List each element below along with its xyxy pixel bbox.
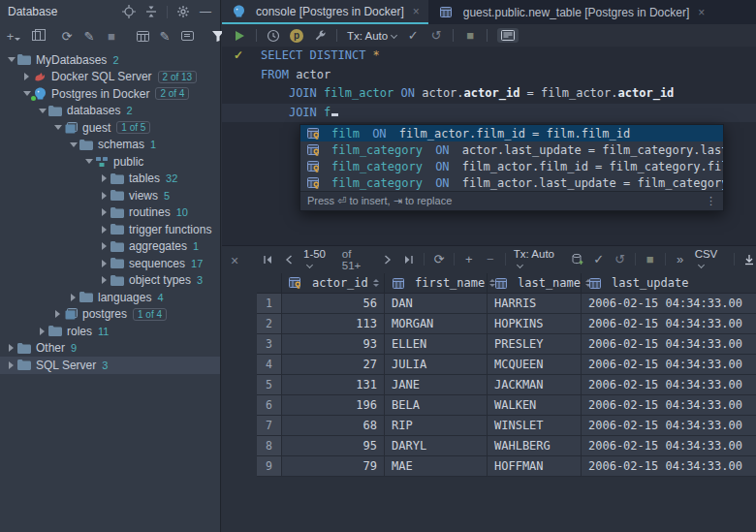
tree-item-postgres-in-docker[interactable]: Postgres in Docker2 of 4 bbox=[0, 85, 220, 103]
tree-item-docker-sql-server[interactable]: Docker SQL Server2 of 13 bbox=[0, 69, 220, 86]
tree-item-databases[interactable]: databases2 bbox=[0, 103, 220, 120]
tab-new-table[interactable]: guest.public.new_table [Postgres in Dock… bbox=[429, 0, 713, 24]
edit-data-icon[interactable]: ✎ bbox=[158, 28, 172, 44]
column-header-last-update[interactable]: last_update bbox=[582, 273, 756, 293]
cell-actor-id[interactable]: 93 bbox=[282, 334, 385, 355]
tree-item-trigger-functions[interactable]: trigger functions bbox=[0, 221, 220, 238]
first-page-icon[interactable] bbox=[261, 252, 274, 267]
table-view-icon[interactable] bbox=[136, 28, 149, 44]
tree-item-routines[interactable]: routines10 bbox=[0, 204, 220, 222]
cell-actor-id[interactable]: 131 bbox=[282, 375, 385, 395]
cell-first-name[interactable]: DARYL bbox=[385, 436, 488, 456]
chevron-expanded-icon[interactable] bbox=[6, 57, 16, 62]
row-number[interactable]: 9 bbox=[257, 456, 282, 477]
chevron-expanded-icon[interactable] bbox=[37, 109, 47, 113]
refresh-icon[interactable]: ⟳ bbox=[60, 28, 74, 44]
history-clock-icon[interactable] bbox=[267, 28, 280, 44]
row-number[interactable]: 6 bbox=[257, 395, 282, 416]
cell-first-name[interactable]: ELLEN bbox=[385, 334, 488, 355]
reload-icon[interactable]: ⟳ bbox=[432, 252, 446, 267]
rollback-icon[interactable]: ↺ bbox=[429, 28, 443, 44]
column-header-last-name[interactable]: last_name bbox=[488, 273, 582, 293]
chevron-collapsed-icon[interactable] bbox=[52, 310, 63, 318]
delete-row-icon[interactable]: − bbox=[484, 252, 497, 267]
tree-item-sequences[interactable]: sequences17 bbox=[0, 255, 220, 272]
close-icon[interactable]: × bbox=[698, 6, 705, 19]
stop-icon[interactable]: ■ bbox=[463, 28, 477, 44]
rollback-icon[interactable]: ↺ bbox=[614, 252, 627, 267]
chevron-expanded-icon[interactable] bbox=[83, 159, 94, 164]
next-page-icon[interactable] bbox=[381, 252, 394, 267]
chevron-collapsed-icon[interactable] bbox=[99, 174, 110, 182]
cell-last-name[interactable]: HARRIS bbox=[488, 294, 582, 314]
more-actions-icon[interactable]: » bbox=[674, 252, 687, 267]
last-page-icon[interactable] bbox=[402, 252, 416, 267]
column-header-first-name[interactable]: first_name bbox=[385, 273, 488, 293]
cell-actor-id[interactable]: 79 bbox=[282, 456, 385, 477]
tree-item-other[interactable]: Other9 bbox=[0, 340, 220, 358]
wrench-icon[interactable] bbox=[313, 28, 327, 44]
tree-item-mydatabases[interactable]: MyDatabases2 bbox=[0, 51, 220, 69]
row-number[interactable]: 7 bbox=[257, 416, 282, 436]
tree-item-languages[interactable]: languages4 bbox=[0, 289, 220, 306]
cell-first-name[interactable]: JANE bbox=[385, 375, 488, 395]
minimize-icon[interactable]: — bbox=[199, 4, 212, 19]
tree-item-guest[interactable]: guest1 of 5 bbox=[0, 119, 220, 137]
close-results-icon[interactable]: × bbox=[231, 253, 238, 268]
chevron-collapsed-icon[interactable] bbox=[99, 192, 110, 200]
collapse-all-icon[interactable] bbox=[144, 4, 158, 19]
settings-gear-icon[interactable] bbox=[176, 4, 190, 19]
cell-actor-id[interactable]: 68 bbox=[282, 416, 385, 436]
cell-last-name[interactable]: WALKEN bbox=[488, 395, 582, 416]
tx-mode-dropdown[interactable]: Tx: Auto bbox=[347, 30, 396, 42]
sql-line-2[interactable]: FROM actor bbox=[222, 66, 756, 85]
row-number[interactable]: 3 bbox=[257, 334, 282, 355]
row-number[interactable]: 1 bbox=[257, 294, 282, 314]
query-console-icon[interactable] bbox=[180, 28, 194, 44]
sql-line-3[interactable]: JOIN film_actor ON actor.actor_id = film… bbox=[222, 84, 756, 104]
duplicate-icon[interactable] bbox=[29, 28, 43, 44]
tree-item-schemas[interactable]: schemas1 bbox=[0, 137, 220, 154]
stop-icon[interactable]: ■ bbox=[644, 252, 657, 267]
locate-icon[interactable] bbox=[122, 4, 136, 19]
chevron-collapsed-icon[interactable] bbox=[99, 208, 110, 216]
chevron-collapsed-icon[interactable] bbox=[37, 328, 47, 335]
sql-line-1[interactable]: ✓SELECT DISTINCT * bbox=[222, 47, 756, 66]
cell-last-name[interactable]: MCQUEEN bbox=[488, 355, 582, 375]
more-options-icon[interactable]: ⋮ bbox=[706, 195, 716, 207]
row-header-corner[interactable] bbox=[257, 273, 282, 293]
row-number[interactable]: 5 bbox=[257, 375, 282, 395]
close-icon[interactable]: × bbox=[413, 5, 420, 18]
tree-item-tables[interactable]: tables32 bbox=[0, 171, 220, 188]
cell-last-update[interactable]: 2006-02-15 04:34:33.00 bbox=[582, 456, 756, 477]
completion-item-4[interactable]: film_category ON film_actor.last_update … bbox=[300, 174, 723, 191]
cell-first-name[interactable]: MORGAN bbox=[385, 314, 488, 334]
submit-changes-icon[interactable]: ✎ bbox=[82, 28, 96, 44]
submit-db-icon[interactable] bbox=[571, 252, 584, 267]
sort-icon[interactable] bbox=[373, 279, 379, 287]
row-number[interactable]: 8 bbox=[257, 436, 282, 456]
cell-actor-id[interactable]: 56 bbox=[282, 294, 385, 314]
chevron-collapsed-icon[interactable] bbox=[99, 276, 110, 284]
cell-last-update[interactable]: 2006-02-15 04:34:33.00 bbox=[582, 436, 756, 456]
cell-last-update[interactable]: 2006-02-15 04:34:33.00 bbox=[582, 375, 756, 395]
cell-actor-id[interactable]: 27 bbox=[282, 355, 385, 375]
row-number[interactable]: 2 bbox=[257, 314, 282, 334]
sql-editor[interactable]: ✓SELECT DISTINCT *FROM actor JOIN film_a… bbox=[222, 47, 756, 245]
add-row-icon[interactable]: + bbox=[462, 252, 476, 267]
column-header-actor-id[interactable]: actor_id bbox=[282, 273, 385, 293]
download-icon[interactable] bbox=[742, 252, 756, 267]
cell-first-name[interactable]: BELA bbox=[385, 395, 488, 416]
cell-first-name[interactable]: JULIA bbox=[385, 355, 488, 375]
chevron-collapsed-icon[interactable] bbox=[99, 242, 110, 250]
cell-last-name[interactable]: PRESLEY bbox=[488, 334, 582, 355]
chevron-collapsed-icon[interactable] bbox=[21, 73, 32, 80]
tree-item-sql-server[interactable]: SQL Server3 bbox=[0, 357, 220, 374]
cell-last-update[interactable]: 2006-02-15 04:34:33.00 bbox=[582, 355, 756, 375]
chevron-expanded-icon[interactable] bbox=[21, 91, 32, 96]
row-range-dropdown[interactable]: 1-50 bbox=[303, 248, 334, 271]
cell-actor-id[interactable]: 196 bbox=[282, 395, 385, 416]
row-number[interactable]: 4 bbox=[257, 355, 282, 375]
completion-item-1[interactable]: film ON film_actor.film_id = film.film_i… bbox=[300, 125, 723, 141]
tree-item-object-types[interactable]: object types3 bbox=[0, 272, 220, 290]
